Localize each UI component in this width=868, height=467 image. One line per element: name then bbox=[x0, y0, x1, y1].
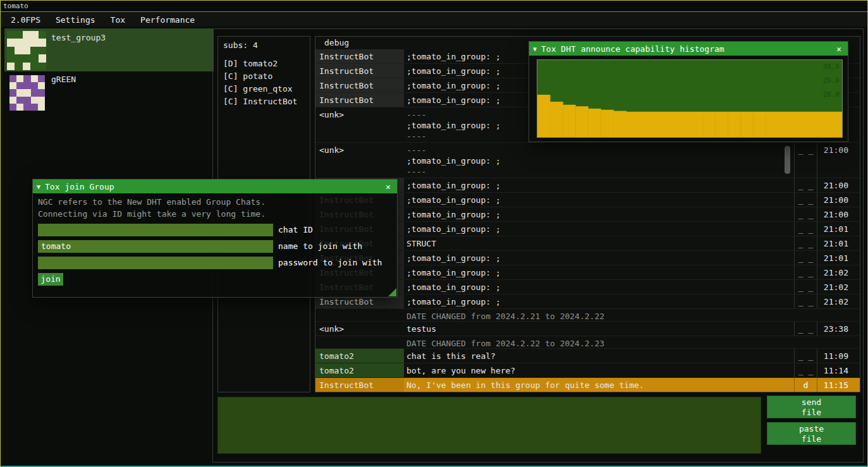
message-text: testus bbox=[404, 322, 794, 336]
paste-file-button[interactable]: paste file bbox=[767, 422, 856, 445]
collapse-arrow-icon[interactable]: ▼ bbox=[37, 183, 40, 190]
group-row-green[interactable]: gREEN bbox=[4, 73, 214, 112]
message-flags: _ _ bbox=[794, 280, 817, 294]
message-text: ;tomato_in_group: ; bbox=[404, 265, 794, 279]
message-flags: _ _ bbox=[794, 322, 817, 336]
message-time: 21:01 bbox=[817, 236, 860, 250]
date-text: DATE CHANGED from 2024.2.21 to 2024.2.22 bbox=[404, 309, 860, 321]
message-input[interactable] bbox=[217, 397, 761, 454]
message-author: InstructBot bbox=[315, 378, 404, 392]
join-field-label: password to join with bbox=[278, 258, 382, 267]
message-author: InstructBot bbox=[315, 49, 404, 63]
histogram-svg bbox=[537, 60, 842, 137]
message-author: <unk> bbox=[315, 322, 404, 336]
message-time: 21:02 bbox=[817, 280, 860, 294]
message-flags: d bbox=[794, 378, 817, 392]
message-text: ;tomato_in_group: ; bbox=[404, 251, 794, 265]
message-flags: _ _ bbox=[794, 265, 817, 279]
join-field-label: name to join with bbox=[278, 241, 362, 251]
group-row-test-group3[interactable]: test_group3 bbox=[4, 28, 214, 71]
message-time: 21:01 bbox=[817, 222, 860, 236]
close-icon[interactable]: ✕ bbox=[383, 182, 393, 191]
join-window-titlebar[interactable]: ▼ Tox join Group ✕ bbox=[33, 179, 397, 193]
message-time: 21:02 bbox=[817, 294, 860, 308]
message-author: InstructBot bbox=[315, 64, 404, 78]
group-name: gREEN bbox=[51, 75, 76, 84]
chat-message-row: <unk>----;tomato_in_group: ;----_ _21:00 bbox=[315, 143, 860, 178]
message-author: <unk> bbox=[315, 107, 404, 142]
message-text: ;tomato_in_group: ; bbox=[404, 280, 794, 294]
message-text: chat is this real? bbox=[404, 349, 794, 363]
axis-tick-label: 29.0 bbox=[823, 76, 840, 85]
message-author: InstructBot bbox=[315, 93, 404, 107]
message-time: 11:09 bbox=[817, 349, 860, 363]
message-time: 23:38 bbox=[817, 322, 860, 336]
message-text: ;tomato_in_group: ; bbox=[404, 222, 794, 236]
message-flags: _ _ bbox=[794, 349, 817, 363]
message-flags: _ _ bbox=[794, 222, 817, 236]
message-text: ;tomato_in_group: ; bbox=[404, 178, 794, 192]
message-text: ;tomato_in_group: ; bbox=[404, 193, 794, 207]
chat-message-row: <unk>testus_ _23:38 bbox=[315, 322, 860, 336]
histogram-window-titlebar[interactable]: ▼ Tox DHT announce capability histogram … bbox=[529, 42, 848, 56]
group-avatar-icon bbox=[7, 31, 46, 70]
message-flags: _ _ bbox=[794, 178, 817, 192]
resize-grip[interactable] bbox=[388, 288, 396, 296]
date-separator: DATE CHANGED from 2024.2.21 to 2024.2.22 bbox=[315, 309, 860, 322]
message-flags: _ _ bbox=[794, 143, 817, 178]
date-separator: DATE CHANGED from 2024.2.22 to 2024.2.23 bbox=[315, 336, 860, 349]
message-text: ----;tomato_in_group: ;---- bbox=[404, 143, 794, 178]
group-avatar-icon bbox=[9, 75, 45, 111]
group-name: test_group3 bbox=[51, 33, 106, 42]
send-file-button[interactable]: send file bbox=[767, 396, 856, 418]
message-text: bot, are you new here? bbox=[404, 363, 794, 377]
message-author: InstructBot bbox=[315, 78, 404, 92]
chat-message-row: tomato2chat is this real?_ _11:09 bbox=[315, 349, 860, 363]
chat-scrollbar-thumb[interactable] bbox=[785, 146, 790, 174]
message-flags: _ _ bbox=[794, 193, 817, 207]
histogram-window-title: Tox DHT announce capability histogram bbox=[541, 44, 829, 54]
app-window: tomato 2.0FPSSettingsToxPerformance test… bbox=[0, 0, 868, 467]
join-info-line-1: NGC refers to the New DHT enabled Group … bbox=[38, 197, 266, 207]
message-time: 21:00 bbox=[817, 207, 860, 221]
message-time: 11:15 bbox=[817, 378, 860, 392]
collapse-arrow-icon[interactable]: ▼ bbox=[533, 45, 537, 52]
message-time: 21:00 bbox=[817, 193, 860, 207]
message-flags: _ _ bbox=[794, 236, 817, 250]
join-field-name-to-join-with[interactable]: tomato bbox=[38, 240, 273, 253]
message-author: tomato2 bbox=[315, 363, 404, 377]
message-time: 21:01 bbox=[817, 251, 860, 265]
message-flags: _ _ bbox=[794, 207, 817, 221]
join-field-chat-id[interactable] bbox=[38, 224, 273, 236]
join-window-title: Tox join Group bbox=[45, 182, 379, 191]
message-text: STRUCT bbox=[404, 236, 794, 250]
axis-tick-label: 30.0 bbox=[823, 63, 840, 71]
member-item[interactable]: [C] potato bbox=[223, 70, 310, 83]
message-flags: _ _ bbox=[794, 363, 817, 377]
member-item[interactable]: [C] green_qtox bbox=[223, 83, 310, 95]
member-item[interactable]: [C] InstructBot bbox=[223, 95, 310, 108]
join-info-line-2: Connecting via ID might take a very long… bbox=[38, 209, 266, 219]
message-time: 21:00 bbox=[817, 178, 860, 192]
date-text: DATE CHANGED from 2024.2.22 to 2024.2.23 bbox=[404, 336, 860, 348]
chat-message-row: tomato2bot, are you new here?_ _11:14 bbox=[315, 363, 860, 378]
histogram-plot: 30.029.028.0 bbox=[537, 59, 843, 138]
message-text: ;tomato_in_group: ; bbox=[404, 294, 794, 308]
message-author: tomato2 bbox=[315, 349, 404, 363]
join-field-password-to-join-with[interactable] bbox=[38, 257, 273, 269]
histogram-window: ▼ Tox DHT announce capability histogram … bbox=[529, 41, 848, 142]
message-time: 21:00 bbox=[817, 143, 860, 178]
members-count: subs: 4 bbox=[223, 40, 310, 50]
close-icon[interactable]: ✕ bbox=[834, 44, 844, 54]
message-author: <unk> bbox=[315, 143, 404, 178]
chat-message-row: InstructBotNo, I've been in this group f… bbox=[315, 378, 860, 392]
message-text: No, I've been in this group for quite so… bbox=[404, 378, 794, 392]
join-button[interactable]: join bbox=[38, 273, 63, 286]
message-time: 11:14 bbox=[817, 363, 860, 377]
message-flags: _ _ bbox=[794, 251, 817, 265]
message-flags: _ _ bbox=[794, 294, 817, 308]
join-group-window: ▼ Tox join Group ✕ NGC refers to the New… bbox=[32, 179, 398, 298]
message-text: ;tomato_in_group: ; bbox=[404, 207, 794, 221]
members-list: [D] tomato2[C] potato[C] green_qtox[C] I… bbox=[223, 58, 310, 108]
member-item[interactable]: [D] tomato2 bbox=[223, 58, 310, 70]
